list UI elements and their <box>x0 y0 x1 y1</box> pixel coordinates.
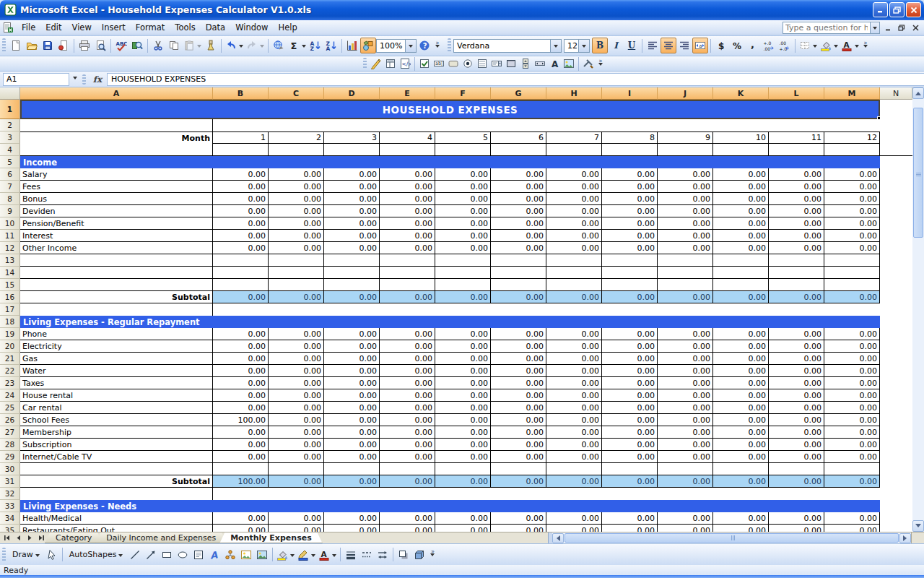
cell-M6[interactable]: 0.00 <box>824 168 880 181</box>
cell-G22[interactable]: 0.00 <box>491 365 546 377</box>
cell-F21[interactable]: 0.00 <box>435 353 491 365</box>
vertical-scrollbar[interactable] <box>912 87 924 532</box>
fill-handle[interactable] <box>877 116 881 120</box>
cell-G7[interactable]: 0.00 <box>491 181 546 193</box>
cell-I3[interactable]: 8 <box>602 131 658 144</box>
cell-M9[interactable]: 0.00 <box>824 205 880 217</box>
row-header-7[interactable]: 7 <box>0 181 20 193</box>
format-painter-button[interactable] <box>203 38 219 53</box>
cell-N13[interactable] <box>880 254 912 267</box>
cell-N19[interactable] <box>880 328 912 340</box>
cell-L34[interactable]: 0.00 <box>769 512 824 525</box>
cell-I21[interactable]: 0.00 <box>602 353 658 365</box>
cell-A16[interactable]: Subtotal <box>20 291 213 303</box>
cell-E21[interactable]: 0.00 <box>380 353 435 365</box>
cell-B4[interactable] <box>213 144 269 156</box>
cell-C8[interactable]: 0.00 <box>269 193 324 205</box>
row-header-6[interactable]: 6 <box>0 168 20 181</box>
cell-I24[interactable]: 0.00 <box>602 389 658 402</box>
cell-D34[interactable]: 0.00 <box>324 512 380 525</box>
cell-F16[interactable]: 0.00 <box>435 291 491 303</box>
cell-H34[interactable]: 0.00 <box>546 512 602 525</box>
cell-A4[interactable] <box>20 144 213 156</box>
cell-H28[interactable]: 0.00 <box>546 439 602 451</box>
italic-button[interactable]: I <box>608 38 624 53</box>
bold-button[interactable]: B <box>592 38 608 53</box>
cell-I35[interactable]: 0.00 <box>602 525 658 532</box>
cell-I8[interactable]: 0.00 <box>602 193 658 205</box>
cell-E27[interactable]: 0.00 <box>380 426 435 439</box>
cell-E13[interactable] <box>380 254 435 267</box>
cell-F13[interactable] <box>435 254 491 267</box>
cell-E29[interactable]: 0.00 <box>380 451 435 463</box>
cell-D15[interactable] <box>324 279 380 291</box>
cell-A34[interactable]: Health/Medical <box>20 512 213 525</box>
row-header-24[interactable]: 24 <box>0 389 20 402</box>
text-box-button[interactable] <box>191 547 206 563</box>
cell-N7[interactable] <box>880 181 912 193</box>
cell-E26[interactable]: 0.00 <box>380 414 435 426</box>
cell-J22[interactable]: 0.00 <box>658 365 713 377</box>
cell-A25[interactable]: Car rental <box>20 402 213 414</box>
cell-J11[interactable]: 0.00 <box>658 230 713 242</box>
cell-K25[interactable]: 0.00 <box>713 402 769 414</box>
spelling-button[interactable]: ABC <box>113 38 129 53</box>
fill-color-button[interactable] <box>275 547 296 563</box>
clip-art-button[interactable] <box>238 547 254 563</box>
cell-F3[interactable]: 5 <box>435 131 491 144</box>
paste-button[interactable] <box>182 38 203 53</box>
spin-button-button[interactable] <box>518 57 533 71</box>
paste-dropdown-icon[interactable] <box>197 45 201 50</box>
cell-I29[interactable]: 0.00 <box>602 451 658 463</box>
cell-C9[interactable]: 0.00 <box>269 205 324 217</box>
row-header-30[interactable]: 30 <box>0 463 20 475</box>
arrow-button[interactable] <box>143 547 159 563</box>
cell-L12[interactable]: 0.00 <box>769 242 824 254</box>
cell-A2[interactable] <box>20 119 213 131</box>
cell-B27[interactable]: 0.00 <box>213 426 269 439</box>
wordart-button[interactable]: A <box>206 547 222 563</box>
cell-D10[interactable]: 0.00 <box>324 217 380 230</box>
cell-D4[interactable] <box>324 144 380 156</box>
cell-A31[interactable]: Subtotal <box>20 475 213 488</box>
cell-A28[interactable]: Subscription <box>20 439 213 451</box>
cell-F19[interactable]: 0.00 <box>435 328 491 340</box>
cell-M20[interactable]: 0.00 <box>824 340 880 353</box>
cell-H20[interactable]: 0.00 <box>546 340 602 353</box>
cell-I10[interactable]: 0.00 <box>602 217 658 230</box>
row-header-21[interactable]: 21 <box>0 353 20 365</box>
cell-I30[interactable] <box>602 463 658 475</box>
sheet-tab-category[interactable]: Category <box>45 532 103 543</box>
cell-G11[interactable]: 0.00 <box>491 230 546 242</box>
column-header-F[interactable]: F <box>435 87 491 100</box>
cell-K6[interactable]: 0.00 <box>713 168 769 181</box>
text-box-button[interactable]: ab| <box>432 57 446 71</box>
cell-M16[interactable]: 0.00 <box>824 291 880 303</box>
cell-K11[interactable]: 0.00 <box>713 230 769 242</box>
image-button[interactable] <box>562 57 576 71</box>
cell-F20[interactable]: 0.00 <box>435 340 491 353</box>
borders-dropdown-icon[interactable] <box>813 45 817 50</box>
scroll-down-icon[interactable] <box>912 520 924 532</box>
cell-H30[interactable] <box>546 463 602 475</box>
cell-D35[interactable]: 0.00 <box>324 525 380 532</box>
cell-J7[interactable]: 0.00 <box>658 181 713 193</box>
align-left-button[interactable] <box>645 38 661 53</box>
cell-A10[interactable]: Pension/Benefit <box>20 217 213 230</box>
cell-G8[interactable]: 0.00 <box>491 193 546 205</box>
row-header-34[interactable]: 34 <box>0 512 20 525</box>
cell-L25[interactable]: 0.00 <box>769 402 824 414</box>
row-header-10[interactable]: 10 <box>0 217 20 230</box>
cell-G28[interactable]: 0.00 <box>491 439 546 451</box>
cell-A22[interactable]: Water <box>20 365 213 377</box>
cell-H31[interactable]: 0.00 <box>546 475 602 488</box>
cell-N33[interactable] <box>880 500 912 512</box>
cell-K34[interactable]: 0.00 <box>713 512 769 525</box>
row-header-14[interactable]: 14 <box>0 267 20 279</box>
cell-K28[interactable]: 0.00 <box>713 439 769 451</box>
formatting-toolbar-options-icon[interactable]: » <box>861 42 870 50</box>
cell-L11[interactable]: 0.00 <box>769 230 824 242</box>
cell-F12[interactable]: 0.00 <box>435 242 491 254</box>
cell-B24[interactable]: 0.00 <box>213 389 269 402</box>
cell-E19[interactable]: 0.00 <box>380 328 435 340</box>
